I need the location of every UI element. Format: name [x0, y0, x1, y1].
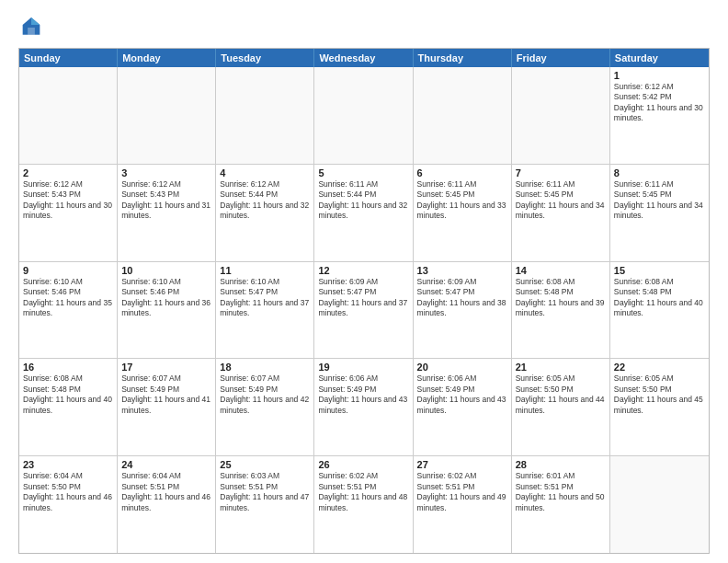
- day-number: 14: [516, 265, 606, 276]
- day-info: Sunrise: 6:12 AM Sunset: 5:43 PM Dayligh…: [23, 179, 113, 222]
- day-number: 9: [23, 265, 113, 276]
- day-number: 2: [23, 167, 113, 178]
- day-number: 20: [417, 362, 507, 373]
- day-number: 18: [220, 362, 310, 373]
- calendar-week-2: 2Sunrise: 6:12 AM Sunset: 5:43 PM Daylig…: [19, 165, 709, 262]
- weekday-header-thursday: Thursday: [414, 49, 512, 67]
- day-number: 17: [121, 362, 211, 373]
- calendar-day-25: 25Sunrise: 6:03 AM Sunset: 5:51 PM Dayli…: [216, 456, 314, 553]
- day-info: Sunrise: 6:06 AM Sunset: 5:49 PM Dayligh…: [318, 373, 408, 416]
- calendar-day-27: 27Sunrise: 6:02 AM Sunset: 5:51 PM Dayli…: [414, 456, 512, 553]
- day-info: Sunrise: 6:12 AM Sunset: 5:42 PM Dayligh…: [614, 82, 705, 124]
- day-number: 11: [220, 265, 310, 276]
- calendar-day-20: 20Sunrise: 6:06 AM Sunset: 5:49 PM Dayli…: [414, 359, 512, 455]
- calendar-day-2: 2Sunrise: 6:12 AM Sunset: 5:43 PM Daylig…: [19, 165, 118, 261]
- day-info: Sunrise: 6:10 AM Sunset: 5:46 PM Dayligh…: [23, 277, 113, 319]
- day-info: Sunrise: 6:02 AM Sunset: 5:51 PM Dayligh…: [417, 471, 507, 513]
- weekday-header-wednesday: Wednesday: [314, 49, 413, 67]
- calendar-day-16: 16Sunrise: 6:08 AM Sunset: 5:48 PM Dayli…: [19, 359, 118, 455]
- day-number: 1: [614, 70, 705, 81]
- weekday-header-friday: Friday: [512, 49, 610, 67]
- day-number: 10: [121, 265, 211, 276]
- calendar-empty-cell: [610, 456, 709, 553]
- calendar-empty-cell: [216, 67, 314, 164]
- day-info: Sunrise: 6:11 AM Sunset: 5:44 PM Dayligh…: [318, 179, 408, 222]
- svg-marker-1: [31, 17, 40, 25]
- day-number: 6: [417, 167, 507, 178]
- day-number: 15: [614, 265, 705, 276]
- day-info: Sunrise: 6:11 AM Sunset: 5:45 PM Dayligh…: [417, 179, 507, 222]
- day-info: Sunrise: 6:05 AM Sunset: 5:50 PM Dayligh…: [614, 373, 705, 416]
- calendar-day-3: 3Sunrise: 6:12 AM Sunset: 5:43 PM Daylig…: [118, 165, 216, 261]
- day-info: Sunrise: 6:06 AM Sunset: 5:49 PM Dayligh…: [417, 373, 507, 416]
- day-info: Sunrise: 6:12 AM Sunset: 5:44 PM Dayligh…: [220, 179, 310, 222]
- day-info: Sunrise: 6:03 AM Sunset: 5:51 PM Dayligh…: [220, 471, 310, 513]
- calendar-day-28: 28Sunrise: 6:01 AM Sunset: 5:51 PM Dayli…: [512, 456, 610, 553]
- day-info: Sunrise: 6:12 AM Sunset: 5:43 PM Dayligh…: [121, 179, 211, 222]
- day-number: 25: [220, 459, 310, 470]
- logo-icon: [18, 15, 44, 40]
- calendar-empty-cell: [314, 67, 413, 164]
- logo: [18, 15, 48, 40]
- day-number: 28: [516, 459, 606, 470]
- calendar: SundayMondayTuesdayWednesdayThursdayFrid…: [18, 48, 710, 554]
- day-info: Sunrise: 6:05 AM Sunset: 5:50 PM Dayligh…: [516, 373, 606, 416]
- calendar-day-6: 6Sunrise: 6:11 AM Sunset: 5:45 PM Daylig…: [414, 165, 512, 261]
- day-number: 19: [318, 362, 408, 373]
- day-info: Sunrise: 6:10 AM Sunset: 5:47 PM Dayligh…: [220, 277, 310, 319]
- day-info: Sunrise: 6:07 AM Sunset: 5:49 PM Dayligh…: [220, 373, 310, 416]
- day-info: Sunrise: 6:09 AM Sunset: 5:47 PM Dayligh…: [417, 277, 507, 319]
- day-number: 21: [516, 362, 606, 373]
- day-number: 13: [417, 265, 507, 276]
- day-info: Sunrise: 6:08 AM Sunset: 5:48 PM Dayligh…: [23, 373, 113, 416]
- calendar-body: 1Sunrise: 6:12 AM Sunset: 5:42 PM Daylig…: [19, 67, 709, 553]
- calendar-day-11: 11Sunrise: 6:10 AM Sunset: 5:47 PM Dayli…: [216, 262, 314, 359]
- svg-rect-2: [28, 28, 35, 35]
- calendar-day-4: 4Sunrise: 6:12 AM Sunset: 5:44 PM Daylig…: [216, 165, 314, 261]
- calendar-day-23: 23Sunrise: 6:04 AM Sunset: 5:50 PM Dayli…: [19, 456, 118, 553]
- day-info: Sunrise: 6:09 AM Sunset: 5:47 PM Dayligh…: [318, 277, 408, 319]
- calendar-empty-cell: [414, 67, 512, 164]
- day-info: Sunrise: 6:07 AM Sunset: 5:49 PM Dayligh…: [121, 373, 211, 416]
- day-number: 7: [516, 167, 606, 178]
- calendar-day-19: 19Sunrise: 6:06 AM Sunset: 5:49 PM Dayli…: [314, 359, 413, 455]
- header: [18, 15, 710, 40]
- calendar-day-17: 17Sunrise: 6:07 AM Sunset: 5:49 PM Dayli…: [118, 359, 216, 455]
- day-number: 23: [23, 459, 113, 470]
- calendar-day-26: 26Sunrise: 6:02 AM Sunset: 5:51 PM Dayli…: [314, 456, 413, 553]
- calendar-day-21: 21Sunrise: 6:05 AM Sunset: 5:50 PM Dayli…: [512, 359, 610, 455]
- day-info: Sunrise: 6:11 AM Sunset: 5:45 PM Dayligh…: [516, 179, 606, 222]
- day-info: Sunrise: 6:04 AM Sunset: 5:50 PM Dayligh…: [23, 471, 113, 513]
- calendar-day-9: 9Sunrise: 6:10 AM Sunset: 5:46 PM Daylig…: [19, 262, 118, 359]
- day-number: 5: [318, 167, 408, 178]
- day-number: 12: [318, 265, 408, 276]
- calendar-day-12: 12Sunrise: 6:09 AM Sunset: 5:47 PM Dayli…: [314, 262, 413, 359]
- day-info: Sunrise: 6:08 AM Sunset: 5:48 PM Dayligh…: [614, 277, 705, 319]
- calendar-week-5: 23Sunrise: 6:04 AM Sunset: 5:50 PM Dayli…: [19, 456, 709, 553]
- calendar-day-5: 5Sunrise: 6:11 AM Sunset: 5:44 PM Daylig…: [314, 165, 413, 261]
- calendar-day-18: 18Sunrise: 6:07 AM Sunset: 5:49 PM Dayli…: [216, 359, 314, 455]
- day-info: Sunrise: 6:04 AM Sunset: 5:51 PM Dayligh…: [121, 471, 211, 513]
- day-number: 16: [23, 362, 113, 373]
- calendar-empty-cell: [118, 67, 216, 164]
- calendar-day-13: 13Sunrise: 6:09 AM Sunset: 5:47 PM Dayli…: [414, 262, 512, 359]
- calendar-week-3: 9Sunrise: 6:10 AM Sunset: 5:46 PM Daylig…: [19, 262, 709, 360]
- day-number: 3: [121, 167, 211, 178]
- day-info: Sunrise: 6:08 AM Sunset: 5:48 PM Dayligh…: [516, 277, 606, 319]
- day-info: Sunrise: 6:01 AM Sunset: 5:51 PM Dayligh…: [516, 471, 606, 513]
- calendar-day-22: 22Sunrise: 6:05 AM Sunset: 5:50 PM Dayli…: [610, 359, 709, 455]
- page: SundayMondayTuesdayWednesdayThursdayFrid…: [0, 0, 728, 563]
- weekday-header-monday: Monday: [118, 49, 216, 67]
- day-number: 26: [318, 459, 408, 470]
- calendar-day-10: 10Sunrise: 6:10 AM Sunset: 5:46 PM Dayli…: [118, 262, 216, 359]
- day-number: 22: [614, 362, 705, 373]
- calendar-day-7: 7Sunrise: 6:11 AM Sunset: 5:45 PM Daylig…: [512, 165, 610, 261]
- calendar-day-1: 1Sunrise: 6:12 AM Sunset: 5:42 PM Daylig…: [610, 67, 709, 164]
- day-info: Sunrise: 6:02 AM Sunset: 5:51 PM Dayligh…: [318, 471, 408, 513]
- calendar-day-15: 15Sunrise: 6:08 AM Sunset: 5:48 PM Dayli…: [610, 262, 709, 359]
- calendar-day-8: 8Sunrise: 6:11 AM Sunset: 5:45 PM Daylig…: [610, 165, 709, 261]
- day-info: Sunrise: 6:10 AM Sunset: 5:46 PM Dayligh…: [121, 277, 211, 319]
- weekday-header-saturday: Saturday: [610, 49, 709, 67]
- day-number: 24: [121, 459, 211, 470]
- day-number: 4: [220, 167, 310, 178]
